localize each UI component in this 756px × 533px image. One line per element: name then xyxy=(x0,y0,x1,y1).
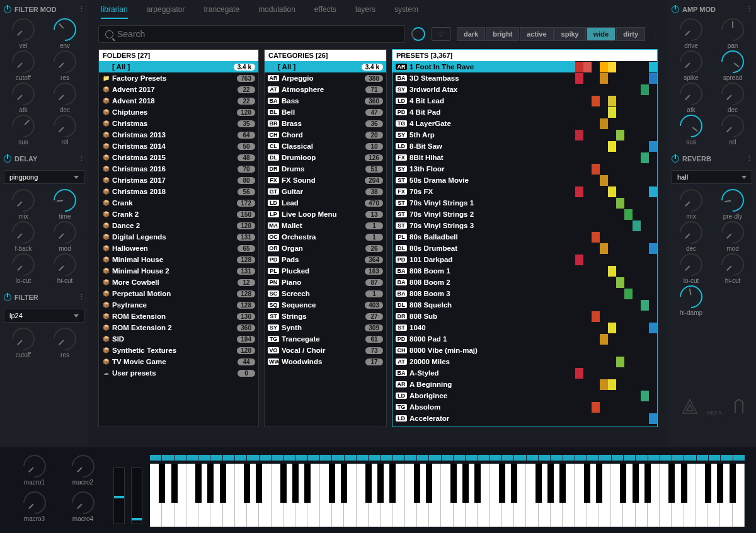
category-row[interactable]: BA Bass360 xyxy=(265,95,386,106)
white-key[interactable] xyxy=(539,464,551,527)
white-key[interactable] xyxy=(623,464,635,527)
knob-vel[interactable]: vel xyxy=(4,18,43,49)
white-key[interactable] xyxy=(210,464,222,527)
preset-row[interactable]: TG Absolom xyxy=(392,401,657,413)
knob-hi-cut[interactable]: hi-cut xyxy=(713,253,752,284)
category-row[interactable]: ST Strings27 xyxy=(265,311,386,322)
white-key[interactable] xyxy=(150,464,162,527)
tab-layers[interactable]: layers xyxy=(355,5,375,19)
category-row[interactable]: AT Atmosphere71 xyxy=(265,84,386,95)
white-key[interactable] xyxy=(708,464,720,527)
category-row[interactable]: MA Mallet1 xyxy=(265,220,386,231)
knob-dec[interactable]: dec xyxy=(713,83,752,113)
category-row[interactable]: LP Live Loop Menu13 xyxy=(265,209,386,220)
white-key[interactable] xyxy=(357,464,369,527)
menu-icon[interactable]: ⋮ xyxy=(78,293,84,301)
preset-row[interactable]: PL 80s Balladbell xyxy=(392,231,657,243)
category-row[interactable]: BR Brass36 xyxy=(265,118,386,129)
menu-icon[interactable]: ⋮ xyxy=(78,154,84,163)
knob-mod[interactable]: mod xyxy=(45,221,84,252)
knob-lo-cut[interactable]: lo-cut xyxy=(672,253,711,284)
white-key[interactable] xyxy=(636,464,648,527)
knob-spread[interactable]: spread xyxy=(713,50,752,81)
white-key[interactable] xyxy=(514,464,526,527)
power-icon[interactable] xyxy=(4,6,11,13)
folder-row[interactable]: 📦 Christmas 201548 xyxy=(99,152,258,163)
preset-row[interactable]: DL 80s Drumbeat xyxy=(392,243,657,254)
white-key[interactable] xyxy=(320,464,332,527)
folder-row[interactable]: 📦 Psytrance128 xyxy=(99,299,258,311)
knob-drive[interactable]: drive xyxy=(672,18,711,49)
white-key[interactable] xyxy=(272,464,284,527)
preset-row[interactable]: PD 8000 Pad 1 xyxy=(392,333,657,345)
folder-row[interactable]: ☁ User presets0 xyxy=(99,367,258,379)
knob-macro2[interactable]: macro2 xyxy=(60,455,106,489)
white-key[interactable] xyxy=(417,464,429,527)
knob-cutoff[interactable]: cutoff xyxy=(4,328,43,358)
preset-row[interactable]: TG 4 LayerGate xyxy=(392,118,657,129)
preset-row[interactable]: LD 8-Bit Saw xyxy=(392,140,657,152)
white-key[interactable] xyxy=(162,464,174,527)
folder-row[interactable]: 📦 Minimal House128 xyxy=(99,254,258,265)
category-row[interactable]: SY Synth309 xyxy=(265,322,386,333)
knob-macro3[interactable]: macro3 xyxy=(11,491,57,525)
category-row[interactable]: GT Guitar38 xyxy=(265,186,386,197)
knob-pan[interactable]: pan xyxy=(713,18,752,49)
folder-row[interactable]: 📦 More Cowbell12 xyxy=(99,277,258,288)
category-row[interactable]: ≡ [ All ]3.4 k xyxy=(265,61,386,72)
preset-row[interactable]: SY 3rdworld Atax xyxy=(392,84,657,95)
white-key[interactable] xyxy=(575,464,587,527)
folder-row[interactable]: 📦 Christmas 201856 xyxy=(99,186,258,197)
mod-wheel[interactable] xyxy=(131,467,142,524)
white-key[interactable] xyxy=(648,464,660,527)
preset-row[interactable]: ST 70s Vinyl Strings 3 xyxy=(392,220,657,231)
power-icon[interactable] xyxy=(672,6,679,13)
knob-macro4[interactable]: macro4 xyxy=(60,491,106,525)
tag-active[interactable]: active xyxy=(520,27,553,41)
preset-row[interactable]: SY 5th Arp xyxy=(392,129,657,140)
folder-row[interactable]: 📁 Factory Presets763 xyxy=(99,72,258,84)
category-row[interactable]: OC Orchestra1 xyxy=(265,231,386,243)
folder-row[interactable]: 📦 Christmas35 xyxy=(99,118,258,129)
tab-modulation[interactable]: modulation xyxy=(258,5,295,19)
white-key[interactable] xyxy=(392,464,404,527)
folder-row[interactable]: 📦 Christmas 201670 xyxy=(99,163,258,175)
white-key[interactable] xyxy=(478,464,490,527)
preset-row[interactable]: SY 13th Floor xyxy=(392,163,657,175)
power-icon[interactable] xyxy=(4,294,11,301)
white-key[interactable] xyxy=(551,464,563,527)
category-row[interactable]: WW Woodwinds17 xyxy=(265,356,386,367)
preset-row[interactable]: BA 808 Boom 1 xyxy=(392,265,657,277)
preset-row[interactable]: LD 4 Bit Lead xyxy=(392,95,657,106)
knob-time[interactable]: time xyxy=(45,189,84,220)
category-row[interactable]: SC Screech1 xyxy=(265,288,386,299)
white-key[interactable] xyxy=(198,464,210,527)
folder-row[interactable]: ≡ [ All ]3.4 k xyxy=(99,61,258,72)
menu-icon[interactable]: ⋮ xyxy=(746,154,752,163)
preset-row[interactable]: BA 3D Steambass xyxy=(392,72,657,84)
knob-atk[interactable]: atk xyxy=(672,83,711,113)
folder-row[interactable]: 📦 ROM Extension 2360 xyxy=(99,322,258,333)
white-key[interactable] xyxy=(454,464,466,527)
pitch-wheel[interactable] xyxy=(113,467,125,524)
preset-row[interactable]: PD 101 Darkpad xyxy=(392,254,657,265)
category-row[interactable]: BL Bell47 xyxy=(265,106,386,118)
knob-res[interactable]: res xyxy=(45,50,84,81)
white-key[interactable] xyxy=(307,464,319,527)
folder-row[interactable]: 📦 Advent 201722 xyxy=(99,84,258,95)
white-key[interactable] xyxy=(284,464,295,527)
folder-row[interactable]: 📦 Dance 2128 xyxy=(99,220,258,231)
white-key[interactable] xyxy=(295,464,307,527)
folder-row[interactable]: 📦 Halloween65 xyxy=(99,243,258,254)
category-row[interactable]: VO Vocal / Choir73 xyxy=(265,345,386,356)
folder-row[interactable]: 📦 Crank172 xyxy=(99,197,258,209)
tag-spiky[interactable]: spiky xyxy=(554,27,586,41)
preset-row[interactable]: DL 808 Squelch xyxy=(392,299,657,311)
white-key[interactable] xyxy=(526,464,538,527)
white-key[interactable] xyxy=(733,464,745,527)
filter-mode-select[interactable]: lp24 xyxy=(4,309,84,323)
preset-row[interactable]: AR A Beginning xyxy=(392,379,657,390)
preset-row[interactable]: BA 808 Boom 3 xyxy=(392,288,657,299)
preset-row[interactable]: FX 70s FX xyxy=(392,186,657,197)
preset-row[interactable]: AR 1 Foot In The Rave xyxy=(392,61,657,72)
